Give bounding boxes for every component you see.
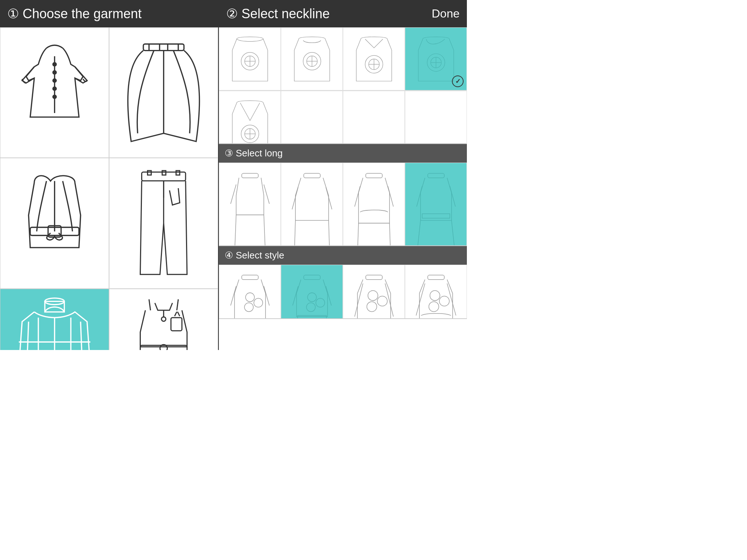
neckline-crew-icon (286, 32, 338, 86)
style-4-icon (410, 272, 462, 319)
svg-point-3 (53, 79, 56, 82)
svg-line-86 (326, 286, 331, 306)
garment-trousers[interactable] (109, 158, 218, 288)
svg-point-94 (429, 302, 438, 311)
neckline-round[interactable] (219, 27, 281, 90)
svg-point-76 (254, 298, 263, 307)
svg-point-82 (316, 298, 325, 307)
left-panel: ① Choose the garment (0, 0, 219, 350)
neckline-vneck-icon (348, 32, 400, 86)
svg-point-89 (377, 296, 387, 306)
neckline-crew[interactable] (281, 27, 343, 90)
right-title: ② Select neckline (226, 6, 330, 22)
svg-point-93 (439, 296, 449, 306)
long-3[interactable] (343, 163, 405, 246)
svg-line-71 (417, 186, 422, 207)
svg-rect-60 (241, 174, 258, 178)
left-header: ① Choose the garment (0, 0, 218, 27)
neckline-round-icon (224, 32, 276, 86)
svg-point-5 (53, 95, 56, 98)
garment-blouse[interactable] (0, 27, 109, 158)
neckline-deepv[interactable] (219, 91, 281, 144)
long-4-icon (410, 171, 462, 246)
style-1-icon (224, 272, 276, 319)
svg-point-75 (245, 293, 254, 302)
neckline-empty1 (281, 91, 343, 144)
svg-rect-87 (365, 275, 382, 280)
svg-line-72 (450, 186, 455, 207)
svg-line-85 (293, 286, 298, 306)
jacket-icon (6, 296, 103, 350)
svg-line-65 (326, 187, 332, 210)
svg-point-90 (367, 302, 376, 311)
svg-line-62 (264, 184, 269, 204)
svg-line-64 (292, 187, 298, 210)
svg-point-1 (53, 63, 56, 66)
svg-rect-69 (427, 174, 444, 178)
neckline-deepv-icon (224, 96, 276, 144)
corset-icon (6, 165, 103, 282)
style-1[interactable] (219, 265, 281, 319)
section-style: ④ Select style (219, 246, 467, 319)
garment-cape[interactable] (109, 27, 218, 158)
long-2[interactable] (281, 163, 343, 246)
blouse-icon (6, 34, 103, 151)
svg-line-27 (81, 322, 83, 350)
svg-rect-74 (241, 275, 258, 280)
neckline-vneck[interactable] (343, 27, 405, 90)
svg-line-78 (231, 286, 236, 306)
svg-rect-91 (427, 275, 444, 280)
svg-point-88 (368, 291, 378, 300)
long-1-icon (224, 171, 276, 246)
style-2-icon (286, 272, 338, 319)
style-2[interactable] (281, 265, 343, 319)
svg-rect-13 (142, 172, 185, 181)
svg-line-25 (26, 322, 29, 350)
garment-jumpsuit[interactable] (109, 289, 218, 350)
section-neckline (219, 27, 467, 144)
long-4[interactable] (405, 163, 467, 246)
cape-icon (115, 34, 212, 151)
neckline-cowl-check (452, 75, 464, 87)
style-3-icon (348, 272, 400, 319)
section-long-title: ③ Select long (225, 148, 283, 159)
neckline-empty2 (343, 91, 405, 144)
jumpsuit-icon (115, 296, 212, 350)
long-2-icon (286, 171, 338, 246)
right-header: ② Select neckline Done (219, 0, 467, 27)
svg-line-36 (175, 312, 177, 316)
svg-line-37 (178, 312, 180, 316)
svg-rect-15 (162, 171, 166, 175)
right-panel: ② Select neckline Done (219, 0, 467, 350)
garment-grid: JACKETS (0, 27, 218, 350)
style-3[interactable] (343, 265, 405, 319)
svg-rect-84 (298, 315, 326, 319)
svg-rect-33 (140, 345, 187, 350)
neckline-empty3 (405, 91, 467, 144)
svg-line-67 (355, 186, 360, 207)
garment-corset[interactable] (0, 158, 109, 288)
svg-line-61 (231, 184, 236, 204)
long-1[interactable] (219, 163, 281, 246)
svg-point-81 (307, 293, 316, 302)
svg-point-2 (53, 71, 56, 74)
done-button[interactable]: Done (432, 7, 460, 20)
section-style-header: ④ Select style (219, 246, 467, 265)
svg-point-92 (430, 291, 440, 300)
svg-point-83 (306, 303, 315, 312)
garment-jacket[interactable]: JACKETS (0, 289, 109, 350)
neckline-cowl[interactable] (405, 27, 467, 90)
svg-point-77 (244, 303, 253, 312)
svg-point-4 (53, 87, 56, 90)
svg-rect-63 (303, 174, 320, 178)
svg-line-68 (388, 186, 393, 207)
style-4[interactable] (405, 265, 467, 319)
svg-rect-14 (147, 171, 151, 175)
section-long: ③ Select long (219, 144, 467, 246)
svg-line-79 (264, 286, 269, 306)
long-3-icon (348, 171, 400, 246)
left-title: ① Choose the garment (7, 6, 142, 22)
svg-rect-80 (303, 275, 320, 280)
section-style-title: ④ Select style (225, 250, 284, 261)
svg-rect-70 (422, 214, 450, 218)
